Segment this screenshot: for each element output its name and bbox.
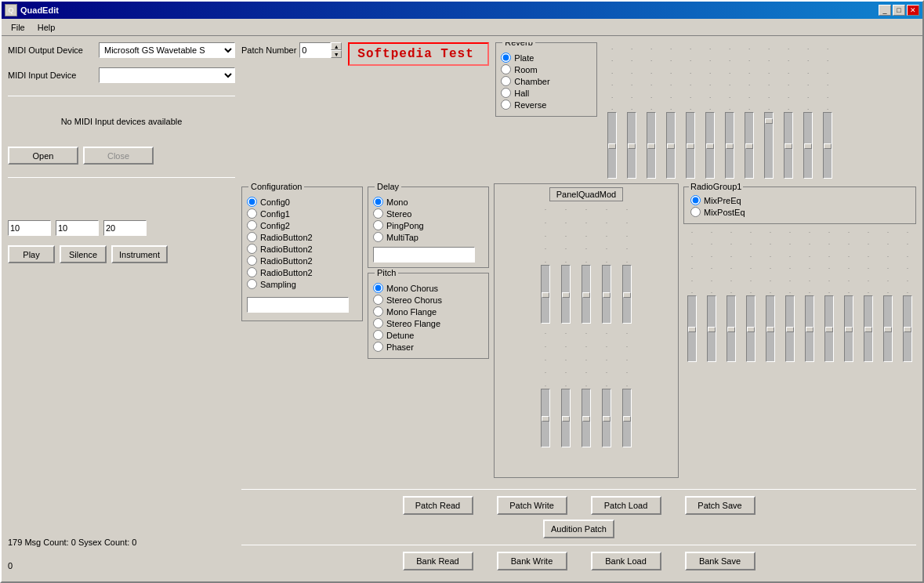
fader-track-8[interactable] <box>764 112 774 179</box>
tick-mark: - <box>750 266 752 270</box>
fader-track-10[interactable] <box>803 112 813 179</box>
fader-track-1[interactable] <box>707 295 716 362</box>
tick-mark: - <box>730 290 732 295</box>
fader-track-8[interactable] <box>844 295 853 362</box>
tick-mark: - <box>848 254 850 259</box>
fader-track-9[interactable] <box>864 295 873 362</box>
channel-track-3[interactable] <box>602 265 611 324</box>
instrument-button[interactable]: Instrument <box>111 245 168 263</box>
config-filter1[interactable] <box>247 297 349 313</box>
delay-stereo-radio[interactable] <box>373 208 383 219</box>
spin-up-button[interactable]: ▲ <box>331 42 342 50</box>
bank-read-button[interactable]: Bank Read <box>403 552 473 570</box>
tick-mark: - <box>670 95 672 100</box>
patch-read-button[interactable]: Patch Read <box>403 496 473 515</box>
tick-mark: - <box>631 95 632 100</box>
minimize-button[interactable]: _ <box>879 5 891 16</box>
fader-track-1[interactable] <box>627 112 636 179</box>
fader-track-4[interactable] <box>766 295 775 362</box>
patch-save-button[interactable]: Patch Save <box>685 496 756 515</box>
menu-help[interactable]: Help <box>31 21 62 34</box>
fader-track-4[interactable] <box>686 112 695 179</box>
fader-track-0[interactable] <box>687 295 697 362</box>
channel-track-1[interactable] <box>561 265 571 324</box>
bank-write-button[interactable]: Bank Write <box>497 552 567 570</box>
close-button[interactable]: ✕ <box>907 5 919 16</box>
close-button-midi[interactable]: Close <box>83 147 154 165</box>
channel-track-4[interactable] <box>622 389 632 447</box>
fader-track-3[interactable] <box>666 112 676 179</box>
menu-file[interactable]: File <box>5 21 31 34</box>
reverb-room-radio[interactable] <box>501 64 511 74</box>
reverb-plate-radio[interactable] <box>501 53 511 63</box>
num-input-3[interactable]: 20 <box>103 220 147 236</box>
tick-mark: - <box>807 95 809 100</box>
tick: - <box>585 220 587 225</box>
silence-button[interactable]: Silence <box>60 245 107 263</box>
patch-write-button[interactable]: Patch Write <box>497 496 567 515</box>
play-button[interactable]: Play <box>8 245 55 263</box>
reverb-reverse-radio[interactable] <box>501 100 511 110</box>
fader-track-7[interactable] <box>745 112 754 179</box>
eq-slider-col-10: ------ <box>879 229 897 362</box>
fader-track-10[interactable] <box>883 295 893 362</box>
config-radio2c-radio[interactable] <box>247 255 257 266</box>
fader-track-5[interactable] <box>785 295 795 362</box>
pitch-mono-flange-radio[interactable] <box>373 306 383 317</box>
pitch-phaser: Phaser <box>373 342 484 352</box>
open-button[interactable]: Open <box>8 147 78 165</box>
fader-track-3[interactable] <box>746 295 756 362</box>
channel-track-3[interactable] <box>602 389 611 447</box>
left-panel: MIDI Output Device Microsoft GS Wavetabl… <box>8 42 235 575</box>
mix-pre-eq-radio[interactable] <box>690 195 701 205</box>
spin-down-button[interactable]: ▼ <box>331 50 342 58</box>
midi-input-select[interactable] <box>99 67 235 83</box>
patch-load-button[interactable]: Patch Load <box>591 496 661 515</box>
delay-mono-radio[interactable] <box>373 197 383 207</box>
divider-2 <box>8 177 235 178</box>
pitch-stereo-chorus-radio[interactable] <box>373 295 383 305</box>
maximize-button[interactable]: □ <box>893 5 905 16</box>
pitch-phaser-radio[interactable] <box>373 342 383 352</box>
config-config0-radio[interactable] <box>247 197 257 207</box>
fader-track-5[interactable] <box>705 112 715 179</box>
pitch-stereo-flange-radio[interactable] <box>373 318 383 328</box>
midi-output-select[interactable]: Microsoft GS Wavetable S <box>99 42 235 58</box>
delay-filter[interactable] <box>373 247 475 263</box>
delay-pingpong-radio[interactable] <box>373 220 383 230</box>
reverb-chamber-radio[interactable] <box>501 76 511 86</box>
fader-track-2[interactable] <box>647 112 656 179</box>
eq-slider-col-6: ------ <box>721 45 738 179</box>
config-sampling-radio[interactable] <box>247 279 257 289</box>
config-config2-radio[interactable] <box>247 220 257 230</box>
config-config1-radio[interactable] <box>247 208 257 219</box>
patch-number-input[interactable]: 0 <box>299 42 331 58</box>
channel-track-2[interactable] <box>582 389 591 447</box>
num-input-1[interactable]: 10 <box>8 220 51 236</box>
fader-track-0[interactable] <box>607 112 617 179</box>
fader-track-2[interactable] <box>727 295 736 362</box>
fader-track-9[interactable] <box>784 112 793 179</box>
fader-track-6[interactable] <box>725 112 734 179</box>
config-radio2a-radio[interactable] <box>247 232 257 242</box>
fader-track-11[interactable] <box>903 295 912 362</box>
mix-post-eq-radio[interactable] <box>690 207 701 217</box>
channel-track-1[interactable] <box>561 389 571 447</box>
num-input-2[interactable]: 10 <box>56 220 99 236</box>
fader-track-11[interactable] <box>823 112 832 179</box>
fader-track-6[interactable] <box>805 295 814 362</box>
config-radio2b-radio[interactable] <box>247 244 257 254</box>
pitch-mono-chorus-radio[interactable] <box>373 283 383 293</box>
channel-track-0[interactable] <box>541 389 550 447</box>
config-radio2d-radio[interactable] <box>247 267 257 277</box>
fader-track-7[interactable] <box>824 295 834 362</box>
delay-multitap-radio[interactable] <box>373 232 383 242</box>
channel-track-0[interactable] <box>541 265 550 324</box>
channel-track-2[interactable] <box>582 265 591 324</box>
bank-save-button[interactable]: Bank Save <box>685 552 756 570</box>
pitch-detune-radio[interactable] <box>373 330 383 340</box>
reverb-hall-radio[interactable] <box>501 88 511 98</box>
channel-track-4[interactable] <box>622 265 632 324</box>
audition-patch-button[interactable]: Audition Patch <box>543 520 614 538</box>
bank-load-button[interactable]: Bank Load <box>591 552 661 570</box>
